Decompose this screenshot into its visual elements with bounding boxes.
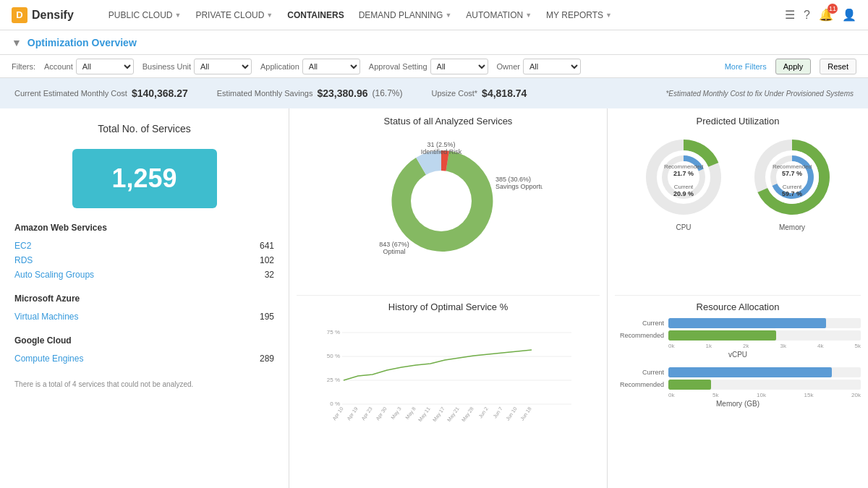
svg-text:385 (30.6%): 385 (30.6%): [495, 176, 531, 183]
chevron-down-icon: ▼: [174, 12, 181, 19]
left-panel: Total No. of Services 1,259 Amazon Web S…: [0, 108, 289, 488]
vcpu-title: vCPU: [615, 351, 861, 359]
total-services-box: 1,259: [72, 149, 217, 208]
savings-label: Estimated Monthly Savings: [217, 89, 313, 98]
nav-containers[interactable]: CONTAINERS: [281, 7, 349, 23]
upsize-stat: Upsize Cost* $4,818.74: [432, 87, 527, 99]
svg-text:75 %: 75 %: [326, 329, 339, 335]
memory-bar-group: Current Recommended 0k 5k 10k 15k: [615, 367, 861, 408]
business-unit-label: Business Unit: [142, 62, 191, 71]
header-icons: ☰ ? 🔔 11 👤: [785, 8, 856, 22]
svg-text:May 11: May 11: [417, 406, 431, 422]
svg-text:May 28: May 28: [460, 406, 475, 422]
svg-text:843 (67%): 843 (67%): [379, 241, 409, 248]
savings-stat: Estimated Monthly Savings $23,380.96 (16…: [217, 87, 403, 99]
document-icon[interactable]: ☰: [785, 8, 795, 22]
cpu-label: CPU: [676, 223, 691, 231]
rds-link[interactable]: RDS: [14, 255, 33, 265]
current-cost-value: $140,368.27: [132, 87, 188, 99]
svg-text:Jun 10: Jun 10: [505, 406, 518, 421]
business-unit-filter: Business Unit All: [142, 59, 252, 74]
rds-count: 102: [260, 255, 274, 265]
predicted-title: Predicted Utilization: [615, 116, 861, 127]
user-icon[interactable]: 👤: [842, 8, 856, 22]
header: D Densify PUBLIC CLOUD ▼ PRIVATE CLOUD ▼…: [0, 0, 868, 30]
more-filters-link[interactable]: More Filters: [725, 62, 767, 71]
vcpu-recommended-bar: Recommended: [615, 330, 861, 341]
svg-text:21.7 %: 21.7 %: [673, 170, 694, 177]
rds-row: RDS 102: [14, 253, 274, 267]
memory-recommended-track: [668, 380, 861, 390]
page-title: Optimization Overview: [27, 37, 137, 48]
cpu-donut: Recommended 21.7 % Current 20.9 % CPU: [640, 134, 727, 231]
nav-private-cloud[interactable]: PRIVATE CLOUD ▼: [190, 7, 278, 23]
ec2-link[interactable]: EC2: [14, 241, 31, 251]
compute-engines-count: 289: [260, 354, 274, 364]
azure-provider-label: Microsoft Azure: [14, 294, 274, 304]
notification-icon[interactable]: 🔔 11: [819, 8, 833, 22]
main-content: Total No. of Services 1,259 Amazon Web S…: [0, 108, 868, 488]
memory-current-bar: Current: [615, 367, 861, 377]
right-panel: Predicted Utilization: [608, 108, 868, 488]
logo-text: Densify: [32, 9, 74, 22]
vcpu-bar-group: Current Recommended 0k 1k 2k 3k 4k: [615, 318, 861, 359]
nav-automation[interactable]: AUTOMATION ▼: [460, 7, 537, 23]
aws-provider-label: Amazon Web Services: [14, 223, 274, 233]
svg-text:May 21: May 21: [446, 406, 460, 422]
application-select[interactable]: All: [302, 59, 360, 74]
vm-row: Virtual Machines 195: [14, 309, 274, 324]
memory-recommended-bar: Recommended: [615, 380, 861, 390]
nav-public-cloud[interactable]: PUBLIC CLOUD ▼: [103, 7, 187, 23]
azure-section: Microsoft Azure Virtual Machines 195: [14, 294, 274, 324]
nav-demand-planning[interactable]: DEMAND PLANNING ▼: [353, 7, 458, 23]
logo[interactable]: D Densify: [12, 7, 74, 23]
upsize-label: Upsize Cost*: [432, 89, 478, 98]
owner-filter: Owner All: [497, 59, 581, 74]
vcpu-current-fill: [668, 318, 826, 328]
svg-point-0: [411, 171, 472, 231]
vcpu-recommended-label: Recommended: [615, 332, 664, 339]
svg-text:Recommended: Recommended: [773, 163, 812, 170]
compute-engines-link[interactable]: Compute Engines: [14, 354, 83, 364]
svg-text:Jun 7: Jun 7: [492, 406, 503, 419]
svg-text:25 %: 25 %: [326, 377, 339, 383]
owner-select[interactable]: All: [523, 59, 581, 74]
svg-text:Identified Risk: Identified Risk: [420, 148, 461, 155]
vcpu-recommended-fill: [668, 330, 776, 341]
reset-button[interactable]: Reset: [820, 59, 856, 74]
resource-allocation-section: Resource Allocation Current Recommended: [615, 295, 861, 481]
svg-text:May 17: May 17: [431, 406, 446, 422]
memory-donut: Recommended 57.7 % Current 59.7 % Memory: [749, 134, 835, 231]
approval-select[interactable]: All: [430, 59, 488, 74]
svg-text:Apr 30: Apr 30: [375, 406, 388, 421]
main-nav: PUBLIC CLOUD ▼ PRIVATE CLOUD ▼ CONTAINER…: [103, 7, 785, 23]
auto-scaling-link[interactable]: Auto Scaling Groups: [14, 270, 94, 280]
account-select[interactable]: All: [76, 59, 134, 74]
owner-label: Owner: [497, 62, 520, 71]
stats-bar: Current Estimated Monthly Cost $140,368.…: [0, 78, 868, 108]
vm-link[interactable]: Virtual Machines: [14, 312, 79, 322]
vcpu-current-bar: Current: [615, 318, 861, 328]
apply-button[interactable]: Apply: [775, 59, 812, 74]
chevron-down-icon: ▼: [266, 12, 273, 19]
svg-text:Jun 18: Jun 18: [519, 406, 532, 421]
help-icon[interactable]: ?: [804, 9, 810, 22]
vcpu-current-label: Current: [615, 320, 664, 327]
gcloud-section: Google Cloud Compute Engines 289: [14, 335, 274, 366]
svg-text:20.9 %: 20.9 %: [673, 190, 694, 197]
svg-text:Current: Current: [674, 184, 694, 190]
memory-label: Memory: [779, 223, 805, 231]
business-unit-select[interactable]: All: [194, 59, 252, 74]
vcpu-current-track: [668, 318, 861, 328]
svg-text:59.7 %: 59.7 %: [782, 190, 802, 197]
nav-my-reports[interactable]: MY REPORTS ▼: [540, 7, 618, 23]
filters-bar: Filters: Account All Business Unit All A…: [0, 55, 868, 78]
status-chart-title: Status of all Analyzed Services: [384, 116, 513, 127]
account-filter: Account All: [44, 59, 134, 74]
cpu-donut-chart: Recommended 21.7 % Current 20.9 %: [640, 134, 727, 221]
memory-gb-title: Memory (GB): [615, 400, 861, 408]
predicted-utilization-section: Predicted Utilization: [615, 116, 861, 295]
compute-engines-row: Compute Engines 289: [14, 351, 274, 366]
auto-scaling-count: 32: [265, 270, 274, 280]
chevron-down-icon: ▼: [605, 12, 612, 19]
